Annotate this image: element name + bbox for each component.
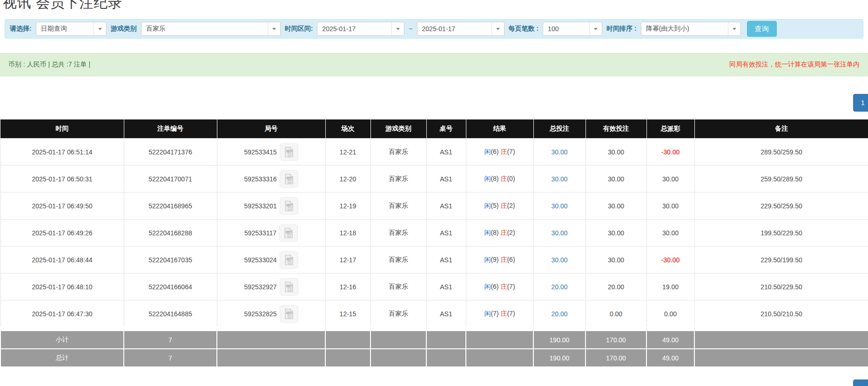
banker-result-label: 庄	[500, 256, 507, 263]
game-type-select[interactable]: 百家乐	[141, 22, 281, 36]
query-mode-label: 请选择:	[10, 25, 32, 33]
date-from-select[interactable]: 2025-01-17	[317, 22, 404, 36]
subtotal-valid-bet: 170.00	[585, 329, 646, 349]
total-bet-link[interactable]: 30.00	[551, 148, 567, 156]
video-replay-icon[interactable]	[280, 143, 298, 161]
chevron-down-icon	[391, 22, 404, 35]
video-replay-icon[interactable]	[280, 170, 298, 188]
table-no-cell: AS1	[426, 166, 466, 193]
chevron-down-icon	[268, 22, 280, 35]
date-range-label: 时间区间:	[285, 25, 313, 33]
player-result-points: (6)	[491, 283, 498, 290]
player-result-label: 闲	[484, 283, 491, 290]
page-size-value: 100	[543, 25, 589, 33]
query-mode-select[interactable]: 日期查询	[36, 22, 107, 36]
remark-cell: 229.50/259.50	[694, 193, 868, 220]
subtotal-payout: 49.00	[646, 329, 694, 349]
pagination-top: 1	[0, 94, 868, 112]
time-cell: 2025-01-17 06:47:30	[0, 300, 124, 329]
time-sort-value: 降幂(由大到小)	[641, 25, 728, 33]
round-id-text: 592533117	[244, 229, 276, 237]
result-cell: 闲(6) 庄(7)	[466, 139, 533, 166]
player-result-points: (8)	[491, 229, 498, 236]
game-type-cell: 百家乐	[370, 300, 426, 329]
table-header: 时间 注单编号 局号 场次 游戏类别 桌号 结果 总投注 有效投注 总派彩 备注	[0, 120, 868, 139]
banker-result-label: 庄	[500, 283, 507, 290]
time-cell: 2025-01-17 06:51:14	[0, 139, 124, 166]
table-no-cell: AS1	[426, 273, 466, 300]
video-replay-icon[interactable]	[280, 305, 298, 323]
total-bet-link[interactable]: 30.00	[551, 256, 567, 264]
video-replay-icon[interactable]	[280, 278, 298, 296]
date-to-select[interactable]: 2025-01-17	[417, 22, 505, 36]
page-size-select[interactable]: 100	[543, 22, 602, 36]
table-row: 2025-01-17 06:48:10 522204166064 5925329…	[0, 273, 868, 300]
round-id-text: 592532927	[244, 283, 276, 291]
page-1-button[interactable]: 1	[853, 379, 868, 386]
round-id-cell: 592533201	[217, 193, 325, 220]
grand-total-payout: 49.00	[646, 349, 694, 367]
total-bet-cell: 30.00	[533, 139, 585, 166]
valid-bet-cell: 30.00	[585, 139, 646, 166]
table-no-cell: AS1	[426, 300, 466, 329]
table-no-cell: AS1	[426, 139, 466, 166]
total-bet-cell: 20.00	[533, 300, 585, 329]
table-body: 2025-01-17 06:51:14 522204171376 5925334…	[0, 139, 868, 329]
result-cell: 闲(9) 庄(6)	[466, 246, 533, 273]
total-bet-link[interactable]: 20.00	[551, 310, 567, 318]
banker-result-points: (7)	[507, 283, 515, 290]
session-cell: 12-16	[325, 273, 370, 300]
grand-total-total-bet: 190.00	[533, 349, 585, 367]
result-cell: 闲(5) 庄(2)	[466, 193, 533, 220]
col-valid-bet: 有效投注	[585, 120, 646, 139]
total-bet-link[interactable]: 30.00	[551, 229, 567, 237]
date-from-value: 2025-01-17	[317, 25, 391, 33]
player-result-label: 闲	[484, 229, 491, 236]
valid-bet-cell: 30.00	[585, 166, 646, 193]
bet-id-cell: 522204168288	[124, 220, 217, 246]
chevron-down-icon	[94, 22, 106, 35]
date-to-value: 2025-01-17	[417, 25, 491, 33]
table-no-cell: AS1	[426, 193, 466, 220]
time-sort-select[interactable]: 降幂(由大到小)	[641, 22, 741, 36]
result-cell: 闲(6) 庄(7)	[466, 273, 533, 300]
table-row: 2025-01-17 06:49:50 522204168965 5925332…	[0, 193, 868, 220]
betting-records-table: 时间 注单编号 局号 场次 游戏类别 桌号 结果 总投注 有效投注 总派彩 备注…	[0, 119, 868, 367]
total-bet-link[interactable]: 20.00	[551, 283, 567, 291]
video-replay-icon[interactable]	[279, 224, 298, 242]
total-bet-link[interactable]: 30.00	[551, 175, 567, 183]
total-bet-cell: 30.00	[533, 193, 585, 220]
total-bet-cell: 30.00	[533, 246, 585, 273]
game-type-cell: 百家乐	[370, 273, 426, 300]
session-cell: 12-20	[325, 166, 370, 193]
game-type-label: 游戏类别	[111, 25, 137, 33]
banker-result-points: (7)	[507, 310, 515, 317]
video-replay-icon[interactable]	[280, 197, 298, 215]
pagination-bottom: 1	[0, 379, 868, 386]
player-result-label: 闲	[484, 202, 491, 209]
banker-result-points: (6)	[507, 256, 515, 263]
page-1-button[interactable]: 1	[853, 94, 868, 112]
total-bet-link[interactable]: 30.00	[551, 202, 567, 210]
col-result: 结果	[466, 120, 533, 139]
payout-cell: -30.00	[646, 139, 694, 166]
currency-total-text: 币别 : 人民币 | 总共 :7 注单 |	[8, 60, 90, 69]
time-cell: 2025-01-17 06:49:50	[0, 193, 124, 220]
subtotal-total-bet: 190.00	[533, 329, 585, 349]
time-cell: 2025-01-17 06:49:26	[0, 220, 124, 246]
game-type-cell: 百家乐	[370, 220, 426, 246]
grand-total-count: 7	[124, 349, 217, 367]
summary-info-bar: 币别 : 人民币 | 总共 :7 注单 | 同局有效投注，统一计算在该局第一张注…	[0, 53, 868, 76]
col-time: 时间	[0, 120, 124, 139]
round-id-cell: 592533117	[217, 220, 325, 246]
video-replay-icon[interactable]	[280, 251, 298, 269]
payout-cell: -30.00	[646, 246, 694, 273]
bet-id-cell: 522204170071	[124, 166, 217, 193]
result-cell: 闲(8) 庄(0)	[466, 166, 533, 193]
chevron-down-icon	[491, 22, 504, 35]
banker-result-points: (2)	[507, 229, 515, 236]
player-result-points: (7)	[491, 310, 498, 317]
query-button[interactable]: 查询	[747, 21, 777, 37]
session-cell: 12-17	[325, 246, 370, 273]
player-result-label: 闲	[484, 310, 491, 317]
